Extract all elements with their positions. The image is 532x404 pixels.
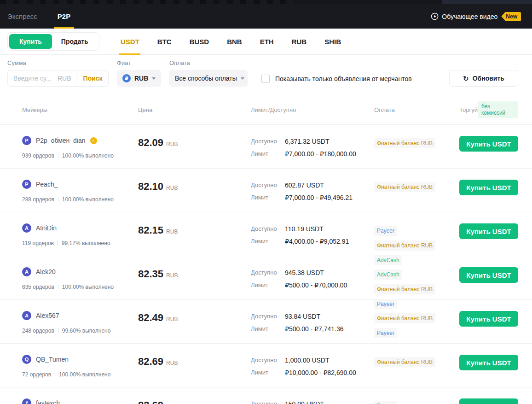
payment-method-select[interactable]: Все способы оплаты bbox=[169, 70, 248, 87]
amount-input[interactable] bbox=[8, 75, 58, 82]
asset-tab-eth[interactable]: ETH bbox=[260, 29, 274, 54]
table-row: P Peach_ ✓ 288 ордеров 100.00% выполнено… bbox=[0, 169, 532, 212]
asset-tab-usdt[interactable]: USDT bbox=[121, 29, 139, 54]
limit-label: Лимит bbox=[251, 194, 285, 201]
divider bbox=[58, 241, 58, 246]
maker-name-link[interactable]: AtniDin bbox=[36, 224, 57, 232]
filters-bar: Сумма RUB Поиск Фиат ₽ RUB Оплата Все сп… bbox=[0, 55, 532, 95]
price-currency: RUB bbox=[166, 316, 178, 322]
price-currency: RUB bbox=[166, 228, 178, 235]
payment-tags: Фиатный баланс RUBPayeer bbox=[374, 311, 459, 338]
maker-name-link[interactable]: Alex567 bbox=[36, 312, 59, 319]
order-count: 248 ордеров bbox=[22, 328, 54, 334]
tab-p2p[interactable]: P2P bbox=[58, 4, 70, 29]
verified-badge-icon: ✓ bbox=[90, 137, 97, 144]
completion-rate: 99.17% выполнено bbox=[62, 240, 110, 246]
table-row: A AtniDin ✓ 119 ордеров 99.17% выполнено… bbox=[0, 212, 532, 256]
merchants-only-checkbox[interactable] bbox=[261, 75, 270, 83]
asset-tab-btc[interactable]: BTC bbox=[157, 29, 172, 54]
payment-tags: Фиатный баланс RUB bbox=[374, 355, 459, 367]
price-value: 82.09 bbox=[138, 137, 163, 149]
maker-name-link[interactable]: fastexch bbox=[36, 399, 60, 404]
available-label: Доступно bbox=[251, 138, 285, 145]
payment-tags: Фиатный баланс RUB bbox=[374, 136, 459, 148]
buy-usdt-button[interactable]: Купить USDT bbox=[459, 311, 518, 327]
payment-method-tag: AdvCash bbox=[374, 269, 402, 280]
asset-tabs: USDTBTCBUSDBNBETHRUBSHIB bbox=[121, 29, 341, 54]
price-currency: RUB bbox=[166, 185, 178, 191]
asset-tabs-row: Купить Продать USDTBTCBUSDBNBETHRUBSHIB bbox=[0, 29, 532, 55]
buy-toggle-button[interactable]: Купить bbox=[9, 34, 52, 49]
payment-tags: PayeerФиатный баланс RUBAdvCash bbox=[374, 223, 459, 265]
order-count: 72 ордеров bbox=[22, 371, 51, 378]
avatar[interactable]: A bbox=[22, 267, 31, 276]
mode-nav: Экспресс P2P bbox=[7, 4, 70, 29]
buy-usdt-button[interactable]: Купить USDT bbox=[459, 267, 518, 283]
payment-tags: Payeer bbox=[374, 398, 459, 404]
buy-sell-toggle: Купить Продать bbox=[7, 32, 99, 51]
limit-value: ₽500.00 - ₽70,000.00 bbox=[285, 281, 374, 289]
buy-usdt-button[interactable]: Купить USDT bbox=[459, 223, 518, 239]
buy-usdt-button[interactable]: Купить USDT bbox=[459, 136, 518, 152]
avatar[interactable]: A bbox=[22, 311, 31, 320]
maker-name-link[interactable]: Peach_ bbox=[36, 181, 58, 188]
sell-toggle-button[interactable]: Продать bbox=[52, 34, 98, 49]
avatar[interactable]: P bbox=[22, 136, 31, 145]
avatar[interactable]: f bbox=[22, 398, 31, 404]
avatar[interactable]: A bbox=[22, 223, 31, 233]
price-value: 82.35 bbox=[138, 268, 163, 280]
browser-remnant-strip bbox=[0, 0, 532, 4]
search-button[interactable]: Поиск bbox=[76, 70, 110, 86]
payment-method-tag: Payeer bbox=[374, 299, 397, 309]
available-value: 945.38 USDT bbox=[285, 269, 374, 276]
asset-tab-bnb[interactable]: BNB bbox=[227, 29, 242, 54]
limit-label: Лимит bbox=[251, 238, 285, 245]
fiat-value: RUB bbox=[134, 75, 148, 82]
avatar[interactable]: Q bbox=[22, 355, 31, 364]
amount-input-group: RUB Поиск bbox=[7, 70, 109, 87]
ruble-coin-icon: ₽ bbox=[122, 74, 131, 82]
limit-label: Лимит bbox=[251, 150, 285, 158]
payment-value: Все способы оплаты bbox=[175, 75, 237, 82]
header-limit: Лимит/Доступно bbox=[251, 106, 374, 113]
buy-usdt-button[interactable]: Купить USDT bbox=[459, 180, 518, 195]
buy-usdt-button[interactable]: Купить USDT bbox=[459, 355, 518, 370]
buy-usdt-button[interactable]: Купить USDT bbox=[459, 398, 518, 404]
chevron-down-icon bbox=[241, 77, 244, 80]
table-header: Мейкеры Цена Лимит/Доступно Оплата Торгу… bbox=[0, 95, 532, 125]
order-count: 288 ордеров bbox=[22, 196, 54, 203]
asset-tab-shib[interactable]: SHIB bbox=[324, 29, 341, 54]
available-label: Доступно bbox=[251, 182, 285, 189]
payment-method-tag: Payeer bbox=[374, 328, 397, 338]
table-row: f fastexch ✓ 90 ордеров 100.00% выполнен… bbox=[0, 387, 532, 404]
tab-express[interactable]: Экспресс bbox=[7, 4, 37, 29]
asset-tab-busd[interactable]: BUSD bbox=[190, 29, 209, 54]
available-label: Доступно bbox=[251, 313, 285, 320]
available-label: Доступно bbox=[251, 357, 285, 364]
header-price: Цена bbox=[138, 106, 251, 113]
header-trade: Торгуй bbox=[459, 106, 478, 113]
maker-name-link[interactable]: QB_Tumen bbox=[36, 356, 69, 363]
completion-rate: 100.00% выполнено bbox=[59, 371, 110, 378]
asset-tab-rub[interactable]: RUB bbox=[292, 29, 307, 54]
payment-tags: AdvCashФиатный баланс RUBPayeer bbox=[374, 267, 459, 309]
available-value: 110.19 USDT bbox=[285, 225, 374, 233]
tutorial-video-link[interactable]: Обучающее видео bbox=[431, 12, 497, 20]
maker-name-link[interactable]: P2p_обмен_dian bbox=[36, 137, 86, 144]
fiat-label: Фиат bbox=[117, 59, 161, 66]
fiat-select[interactable]: ₽ RUB bbox=[117, 70, 161, 87]
completion-rate: 100.00% выполнено bbox=[62, 152, 114, 159]
avatar[interactable]: P bbox=[22, 180, 31, 189]
divider bbox=[58, 153, 58, 158]
completion-rate: 100.00% выполнено bbox=[62, 196, 114, 203]
tutorial-video-label: Обучающее видео bbox=[442, 13, 497, 20]
available-value: 150.00 USDT bbox=[285, 400, 374, 404]
refresh-button[interactable]: ↻ Обновить bbox=[449, 70, 518, 87]
table-row: P P2p_обмен_dian ✓ 939 ордеров 100.00% в… bbox=[0, 125, 532, 169]
maker-name-link[interactable]: Alek20 bbox=[36, 268, 56, 275]
payment-method-tag: Фиатный баланс RUB bbox=[374, 182, 435, 192]
payment-method-tag: Фиатный баланс RUB bbox=[374, 284, 435, 294]
remnant-tabs bbox=[0, 0, 295, 4]
payment-method-tag: Payeer bbox=[374, 226, 397, 236]
price-value: 82.10 bbox=[138, 181, 163, 193]
